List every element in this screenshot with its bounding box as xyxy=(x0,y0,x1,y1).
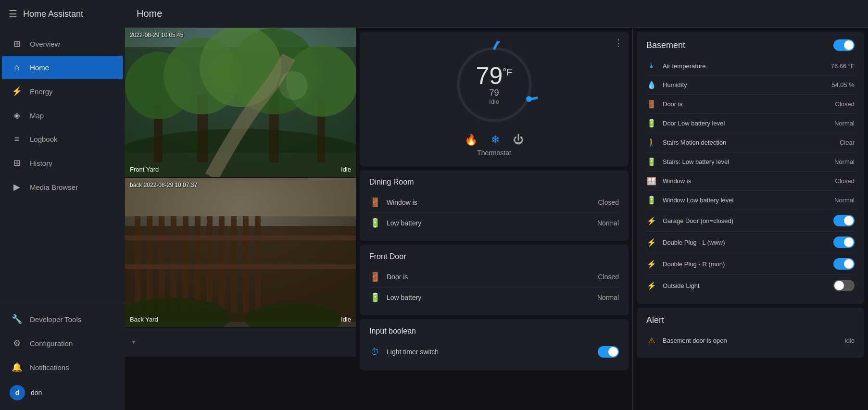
plug-icon-l: ⚡ xyxy=(646,238,657,247)
door-battery-name: Low battery xyxy=(387,294,591,301)
sidebar-item-label-config: Configuration xyxy=(30,339,73,348)
garage-door-toggle[interactable] xyxy=(833,215,855,226)
double-plug-r-toggle[interactable] xyxy=(833,258,855,270)
input-boolean-card: Input boolean ⏱ Light timer switch xyxy=(360,319,629,370)
door-battery-b-value: Normal xyxy=(834,120,855,127)
menu-icon[interactable]: ☰ xyxy=(9,8,17,20)
battery-icon-window: 🔋 xyxy=(646,196,657,205)
sidebar-header: ☰ Home Assistant xyxy=(0,0,125,28)
thermostat-menu-icon[interactable]: ⋮ xyxy=(614,37,623,48)
cameras-column: 2022-08-29 10:05:45 Front Yard Idle xyxy=(125,28,356,410)
camera-card-back-yard[interactable]: back 2022-08-29 10:07:37 Back Yard Idle xyxy=(125,178,356,327)
sidebar-item-history[interactable]: ⊞ History xyxy=(2,151,123,175)
light-timer-toggle[interactable] xyxy=(598,346,619,358)
thermostat-card: ⋮ 79°F 79 Idle xyxy=(360,32,629,166)
dining-window-name: Window is xyxy=(387,199,592,206)
sidebar-item-dev-tools[interactable]: 🔧 Developer Tools xyxy=(2,307,123,331)
username: don xyxy=(31,389,42,397)
plug-icon-r: ⚡ xyxy=(646,260,657,269)
stairs-motion-name: Stairs Motion detection xyxy=(663,139,834,146)
sidebar-item-label-home: Home xyxy=(30,63,49,72)
svg-rect-28 xyxy=(125,236,356,240)
door-row: 🚪 Door is Closed xyxy=(369,267,619,287)
basement-door-value: Closed xyxy=(835,100,855,108)
camera-bottom-front: Front Yard Idle xyxy=(130,166,351,173)
double-plug-l-name: Double Plug - L (www) xyxy=(663,239,828,246)
thermostat-readout: 79°F 79 Idle xyxy=(476,64,513,105)
camera-bottom-back: Back Yard Idle xyxy=(130,316,351,323)
camera-card-front-yard[interactable]: 2022-08-29 10:05:45 Front Yard Idle xyxy=(125,28,356,177)
config-icon: ⚙ xyxy=(12,338,22,348)
sidebar-item-map[interactable]: ◈ Map xyxy=(2,103,123,127)
dev-tools-icon: 🔧 xyxy=(12,314,22,324)
main-content: Home xyxy=(125,0,868,410)
basement-section: Basement 🌡 Air temperature 76.66 °F 💧 Hu… xyxy=(637,32,864,304)
stairs-battery-value: Normal xyxy=(834,158,855,165)
humidity-icon: 💧 xyxy=(646,80,657,89)
camera-status-back: Idle xyxy=(341,316,351,323)
door-name: Door is xyxy=(387,273,592,281)
sidebar-item-home[interactable]: ⌂ Home xyxy=(2,56,123,79)
basement-door-icon: 🚪 xyxy=(646,99,657,109)
light-timer-row: ⏱ Light timer switch xyxy=(369,341,619,362)
sidebar-item-media-browser[interactable]: ▶ Media Browser xyxy=(2,175,123,199)
thermostat-heat-button[interactable]: 🔥 xyxy=(465,134,478,146)
battery-icon-dining: 🔋 xyxy=(369,218,381,228)
alert-value: idle xyxy=(845,337,855,344)
basement-door-name: Door is xyxy=(663,100,830,108)
timer-icon: ⏱ xyxy=(369,347,381,357)
alert-section: Alert ⚠ Basement door is open idle xyxy=(637,308,864,358)
double-plug-l-toggle[interactable] xyxy=(833,236,855,248)
window-icon: 🚪 xyxy=(369,197,381,208)
plug-icon-light: ⚡ xyxy=(646,281,657,290)
air-temp-row: 🌡 Air temperature 76.66 °F xyxy=(646,57,855,75)
overview-icon: ⊞ xyxy=(12,38,22,49)
outside-light-toggle[interactable] xyxy=(833,280,855,291)
energy-icon: ⚡ xyxy=(12,86,22,97)
battery-icon-door: 🔋 xyxy=(369,292,381,303)
window-icon-b: 🪟 xyxy=(646,176,657,186)
sidebar-item-label-energy: Energy xyxy=(30,87,53,96)
map-icon: ◈ xyxy=(12,110,22,121)
camera-card-third[interactable]: ▼ xyxy=(125,328,356,357)
thermostat-mode: Idle xyxy=(476,98,513,105)
history-icon: ⊞ xyxy=(12,158,22,168)
warning-icon: ⚠ xyxy=(646,336,657,345)
sidebar-item-logbook[interactable]: ≡ Logbook xyxy=(2,127,123,151)
alert-row: ⚠ Basement door is open idle xyxy=(646,331,855,350)
page-title: Home xyxy=(137,8,162,19)
sidebar-item-notifications[interactable]: 🔔 Notifications xyxy=(2,355,123,379)
thermostat-setpoint: 79 xyxy=(476,88,513,98)
user-avatar: d xyxy=(10,385,25,400)
basement-title: Basement xyxy=(646,40,685,50)
camera-stub-label: ▼ xyxy=(131,339,137,346)
thermostat-cool-button[interactable]: ❄ xyxy=(491,134,500,146)
outside-light-row: ⚡ Outside Light xyxy=(646,275,855,296)
window-battery-value: Normal xyxy=(834,197,855,204)
door-battery-b-name: Door Low battery level xyxy=(663,120,829,127)
sidebar-item-configuration[interactable]: ⚙ Configuration xyxy=(2,331,123,355)
sidebar-item-overview[interactable]: ⊞ Overview xyxy=(2,32,123,56)
main-body: 2022-08-29 10:05:45 Front Yard Idle xyxy=(125,28,868,410)
garage-door-name: Garage Door (on=closed) xyxy=(663,217,828,224)
humidity-row: 💧 Humidity 54.05 % xyxy=(646,75,855,95)
door-battery-row: 🔋 Low battery Normal xyxy=(369,287,619,308)
sidebar-item-label-dev: Developer Tools xyxy=(30,315,81,323)
stairs-motion-row: 🚶 Stairs Motion detection Clear xyxy=(646,133,855,152)
sidebar-item-energy[interactable]: ⚡ Energy xyxy=(2,79,123,103)
sidebar-item-label-overview: Overview xyxy=(30,40,60,48)
air-temp-name: Air temperature xyxy=(663,62,825,70)
door-value: Closed xyxy=(598,273,619,281)
basement-toggle[interactable] xyxy=(833,39,855,51)
thermostat-power-button[interactable]: ⏻ xyxy=(513,134,524,146)
thermostat-temperature: 79°F xyxy=(476,64,513,88)
user-item[interactable]: d don xyxy=(0,379,125,406)
sidebar-item-label-history: History xyxy=(30,159,52,167)
camera-status-front: Idle xyxy=(341,166,351,173)
dining-battery-name: Low battery xyxy=(387,219,591,227)
stairs-battery-row: 🔋 Stairs: Low battery level Normal xyxy=(646,152,855,172)
basement-door-row: 🚪 Door is Closed xyxy=(646,95,855,114)
sidebar-item-label-media: Media Browser xyxy=(30,183,78,191)
camera-timestamp-front: 2022-08-29 10:05:45 xyxy=(130,32,183,38)
middle-column: ⋮ 79°F 79 Idle xyxy=(356,28,632,410)
